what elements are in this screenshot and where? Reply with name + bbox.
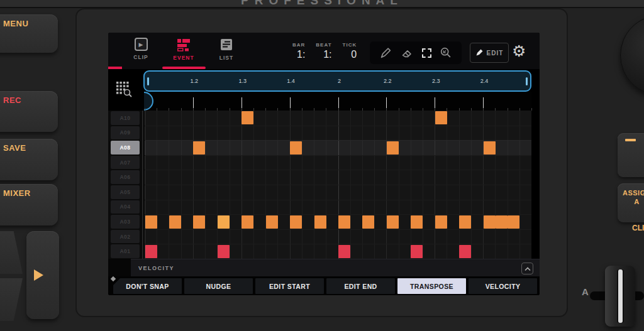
- timeline-beat-label: 1.3: [238, 72, 247, 90]
- marquee-select-tool-icon[interactable]: [422, 48, 431, 58]
- track-label-a05[interactable]: A05: [111, 185, 140, 199]
- note-a03-col4[interactable]: [193, 215, 205, 229]
- clip-play-icon: ▶: [135, 38, 148, 51]
- eraser-tool-icon[interactable]: [400, 46, 414, 60]
- note-a08-col28[interactable]: [484, 141, 496, 155]
- track-label-a09[interactable]: A09: [111, 126, 140, 140]
- note-a01-col16[interactable]: [338, 245, 350, 258]
- rec-button[interactable]: REC: [0, 91, 58, 132]
- save-button[interactable]: SAVE: [0, 139, 58, 180]
- bottom-button-transpose[interactable]: TRANSPOSE: [397, 278, 466, 294]
- velocity-panel-header[interactable]: VELOCITY: [131, 259, 540, 276]
- grid-row-line: [145, 200, 531, 200]
- note-a03-col8[interactable]: [242, 215, 253, 229]
- beat-value: 1:: [323, 49, 331, 60]
- track-label-a08[interactable]: A08: [111, 141, 140, 155]
- timeline-left-handle[interactable]: [147, 77, 149, 85]
- note-a03-col28[interactable]: [484, 215, 496, 229]
- note-a03-col29[interactable]: [496, 215, 508, 229]
- cursor-right-button[interactable]: [26, 231, 59, 319]
- edit-button[interactable]: EDIT: [470, 43, 509, 63]
- mixer-button[interactable]: MIXER: [0, 184, 58, 225]
- grid-row-line: [145, 126, 531, 126]
- track-label-a07[interactable]: A07: [111, 156, 140, 170]
- assign-a-button[interactable]: ASSIGN A: [618, 183, 644, 222]
- note-a10-col24[interactable]: [435, 111, 447, 124]
- bottom-button-edit-start[interactable]: EDIT START: [255, 278, 324, 294]
- grid-zoom-icon[interactable]: [115, 80, 133, 98]
- tab-bar: ▶ CLIP EVENT: [108, 33, 540, 69]
- track-labels: A10A09A08A07A06A05A04A03A02A01: [108, 111, 143, 259]
- track-label-a03[interactable]: A03: [111, 215, 140, 229]
- note-a03-col0[interactable]: [145, 215, 157, 229]
- ruler-beat-tick: [435, 97, 435, 108]
- timeline-beat-label: 2.3: [432, 72, 440, 90]
- bar-value: 1:: [297, 49, 305, 60]
- playhead-marker[interactable]: [144, 92, 153, 111]
- bottom-button-nudge[interactable]: NUDGE: [184, 278, 253, 294]
- timeline-beat-label: 1.2: [191, 72, 199, 90]
- tab-clip[interactable]: ▶ CLIP: [119, 38, 162, 68]
- note-a03-col26[interactable]: [459, 215, 471, 229]
- note-a01-col22[interactable]: [411, 245, 423, 258]
- bottom-button-velocity[interactable]: VELOCITY: [469, 278, 537, 294]
- timeline-right-handle[interactable]: [526, 77, 528, 85]
- settings-gear-icon[interactable]: ⚙: [512, 43, 526, 59]
- note-a03-col6[interactable]: [218, 215, 230, 229]
- tick-label: TICK: [343, 42, 357, 48]
- note-a01-col26[interactable]: [459, 245, 471, 258]
- ruler-beat-tick: [386, 97, 387, 108]
- note-a03-col14[interactable]: [314, 215, 326, 229]
- left-accent-stub: [108, 67, 122, 69]
- timeline-range-bar[interactable]: 1.21.31.422.22.32.4: [143, 70, 531, 92]
- assign-a-button-label: ASSIGN A: [623, 188, 644, 206]
- note-a03-col10[interactable]: [266, 215, 278, 229]
- tab-list[interactable]: LIST: [205, 38, 248, 68]
- note-a03-col18[interactable]: [362, 215, 374, 229]
- note-a03-col20[interactable]: [387, 215, 399, 229]
- note-a03-col12[interactable]: [290, 215, 302, 229]
- brand-text: PROFESSIONAL: [0, 0, 644, 8]
- tab-event[interactable]: EVENT: [162, 38, 205, 68]
- note-a08-col4[interactable]: [193, 141, 205, 155]
- track-label-a01[interactable]: A01: [111, 244, 140, 258]
- note-a10-col8[interactable]: [242, 111, 253, 124]
- touchscreen: ▶ CLIP EVENT: [108, 33, 540, 295]
- track-label-a04[interactable]: A04: [111, 200, 140, 214]
- track-label-a02[interactable]: A02: [111, 230, 140, 244]
- note-a03-col24[interactable]: [435, 215, 447, 229]
- right-arrow-icon: [34, 269, 43, 281]
- pencil-tool-icon[interactable]: [379, 46, 392, 60]
- ruler-beat-tick: [193, 97, 194, 108]
- note-a01-col0[interactable]: [145, 245, 157, 258]
- velocity-expand-button[interactable]: [521, 263, 533, 274]
- note-grid[interactable]: [145, 111, 531, 259]
- data-knob[interactable]: [620, 15, 644, 95]
- note-a01-col6[interactable]: [218, 245, 230, 258]
- zoom-tool-icon[interactable]: [439, 46, 453, 60]
- menu-button-label: MENU: [3, 19, 28, 28]
- fader-a-handle[interactable]: [605, 266, 635, 327]
- fader-a-label: A: [582, 286, 589, 297]
- note-a08-col12[interactable]: [290, 141, 302, 155]
- track-label-a06[interactable]: A06: [111, 170, 140, 184]
- mixer-button-label: MIXER: [3, 188, 31, 198]
- note-a03-col16[interactable]: [338, 215, 350, 229]
- bottom-button-edit-end[interactable]: EDIT END: [326, 278, 395, 294]
- note-a03-col22[interactable]: [411, 215, 423, 229]
- menu-button[interactable]: MENU: [0, 14, 58, 53]
- minus-button[interactable]: [618, 133, 644, 177]
- ruler-beat-tick: [242, 97, 242, 108]
- note-a03-col2[interactable]: [169, 215, 181, 229]
- timeline-ruler[interactable]: [145, 92, 531, 111]
- edit-pencil-icon: [475, 49, 483, 57]
- note-a08-col20[interactable]: [387, 141, 399, 155]
- note-a03-col30[interactable]: [508, 215, 519, 229]
- position-readout: BAR 1: BEAT 1: TICK 0: [292, 42, 357, 60]
- cursor-down-button[interactable]: [0, 278, 23, 321]
- velocity-bar-corner: [108, 259, 131, 276]
- track-label-a10[interactable]: A10: [111, 111, 140, 125]
- cursor-up-button[interactable]: [0, 231, 23, 274]
- bottom-button-don-t-snap[interactable]: DON'T SNAP: [113, 278, 182, 294]
- bar-label: BAR: [292, 42, 305, 48]
